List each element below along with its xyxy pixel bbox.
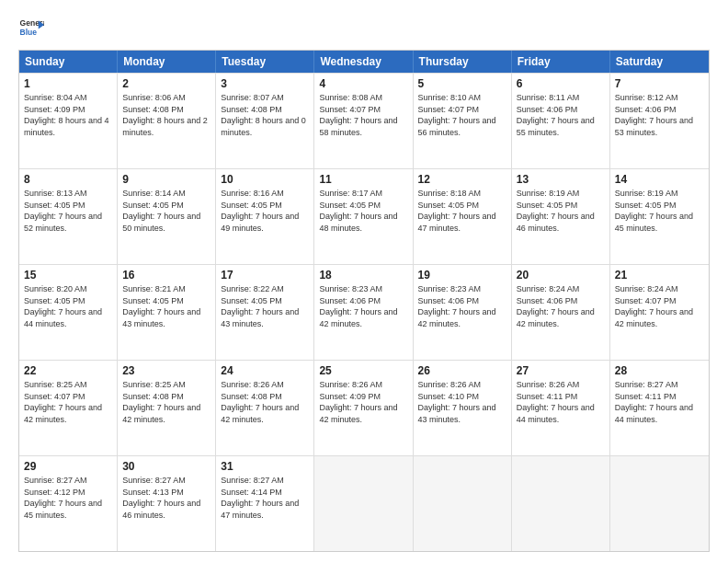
day-number: 8	[24, 173, 112, 186]
day-number: 9	[122, 173, 210, 186]
day-info: Sunrise: 8:27 AMSunset: 4:12 PMDaylight:…	[24, 475, 112, 521]
day-number: 6	[517, 77, 605, 90]
calendar: SundayMondayTuesdayWednesdayThursdayFrid…	[18, 50, 710, 552]
week-row-2: 8Sunrise: 8:13 AMSunset: 4:05 PMDaylight…	[19, 168, 709, 264]
day-info: Sunrise: 8:18 AMSunset: 4:05 PMDaylight:…	[418, 188, 506, 234]
day-number: 27	[517, 364, 605, 377]
day-cell-27: 27Sunrise: 8:26 AMSunset: 4:11 PMDayligh…	[512, 361, 610, 455]
day-cell-31: 31Sunrise: 8:27 AMSunset: 4:14 PMDayligh…	[216, 456, 314, 551]
day-info: Sunrise: 8:19 AMSunset: 4:05 PMDaylight:…	[615, 188, 704, 234]
empty-cell	[314, 456, 413, 551]
day-info: Sunrise: 8:24 AMSunset: 4:07 PMDaylight:…	[615, 283, 704, 329]
day-cell-28: 28Sunrise: 8:27 AMSunset: 4:11 PMDayligh…	[610, 361, 709, 455]
day-info: Sunrise: 8:08 AMSunset: 4:07 PMDaylight:…	[319, 92, 407, 138]
day-number: 7	[615, 77, 704, 90]
empty-cell	[610, 456, 709, 551]
day-info: Sunrise: 8:26 AMSunset: 4:11 PMDaylight:…	[517, 379, 605, 425]
day-number: 5	[418, 77, 506, 90]
day-info: Sunrise: 8:10 AMSunset: 4:07 PMDaylight:…	[418, 92, 506, 138]
day-cell-2: 2Sunrise: 8:06 AMSunset: 4:08 PMDaylight…	[118, 74, 216, 168]
day-cell-12: 12Sunrise: 8:18 AMSunset: 4:05 PMDayligh…	[414, 169, 512, 264]
day-cell-19: 19Sunrise: 8:23 AMSunset: 4:06 PMDayligh…	[414, 265, 512, 360]
day-cell-14: 14Sunrise: 8:19 AMSunset: 4:05 PMDayligh…	[610, 169, 709, 264]
day-number: 11	[319, 173, 407, 186]
day-header-friday: Friday	[512, 51, 610, 73]
day-number: 16	[122, 269, 210, 282]
page: General Blue SundayMondayTuesdayWednesda…	[0, 0, 728, 563]
day-number: 28	[615, 364, 704, 377]
day-number: 13	[517, 173, 605, 186]
day-header-sunday: Sunday	[19, 51, 118, 73]
day-cell-10: 10Sunrise: 8:16 AMSunset: 4:05 PMDayligh…	[216, 169, 314, 264]
day-number: 25	[319, 364, 407, 377]
day-info: Sunrise: 8:11 AMSunset: 4:06 PMDaylight:…	[517, 92, 605, 138]
day-info: Sunrise: 8:06 AMSunset: 4:08 PMDaylight:…	[122, 92, 210, 138]
week-row-3: 15Sunrise: 8:20 AMSunset: 4:05 PMDayligh…	[19, 264, 709, 360]
week-row-5: 29Sunrise: 8:27 AMSunset: 4:12 PMDayligh…	[19, 455, 709, 551]
day-number: 26	[418, 364, 506, 377]
day-info: Sunrise: 8:25 AMSunset: 4:07 PMDaylight:…	[24, 379, 112, 425]
day-number: 19	[418, 269, 506, 282]
day-info: Sunrise: 8:12 AMSunset: 4:06 PMDaylight:…	[615, 92, 704, 138]
day-number: 1	[24, 77, 112, 90]
day-info: Sunrise: 8:27 AMSunset: 4:14 PMDaylight:…	[221, 475, 309, 521]
day-number: 23	[122, 364, 210, 377]
day-info: Sunrise: 8:24 AMSunset: 4:06 PMDaylight:…	[517, 283, 605, 329]
day-number: 22	[24, 364, 112, 377]
day-info: Sunrise: 8:21 AMSunset: 4:05 PMDaylight:…	[122, 283, 210, 329]
day-number: 24	[221, 364, 309, 377]
day-cell-30: 30Sunrise: 8:27 AMSunset: 4:13 PMDayligh…	[118, 456, 216, 551]
day-info: Sunrise: 8:25 AMSunset: 4:08 PMDaylight:…	[122, 379, 210, 425]
day-number: 2	[122, 77, 210, 90]
day-info: Sunrise: 8:26 AMSunset: 4:10 PMDaylight:…	[418, 379, 506, 425]
day-number: 14	[615, 173, 704, 186]
day-cell-21: 21Sunrise: 8:24 AMSunset: 4:07 PMDayligh…	[610, 265, 709, 360]
day-cell-17: 17Sunrise: 8:22 AMSunset: 4:05 PMDayligh…	[216, 265, 314, 360]
day-number: 20	[517, 269, 605, 282]
day-number: 18	[319, 269, 407, 282]
day-cell-13: 13Sunrise: 8:19 AMSunset: 4:05 PMDayligh…	[512, 169, 610, 264]
day-cell-6: 6Sunrise: 8:11 AMSunset: 4:06 PMDaylight…	[512, 74, 610, 168]
day-number: 29	[24, 460, 112, 473]
day-cell-26: 26Sunrise: 8:26 AMSunset: 4:10 PMDayligh…	[414, 361, 512, 455]
calendar-header: SundayMondayTuesdayWednesdayThursdayFrid…	[19, 51, 709, 73]
day-number: 12	[418, 173, 506, 186]
day-info: Sunrise: 8:20 AMSunset: 4:05 PMDaylight:…	[24, 283, 112, 329]
day-info: Sunrise: 8:22 AMSunset: 4:05 PMDaylight:…	[221, 283, 309, 329]
day-cell-20: 20Sunrise: 8:24 AMSunset: 4:06 PMDayligh…	[512, 265, 610, 360]
week-row-4: 22Sunrise: 8:25 AMSunset: 4:07 PMDayligh…	[19, 360, 709, 455]
day-info: Sunrise: 8:17 AMSunset: 4:05 PMDaylight:…	[319, 188, 407, 234]
day-cell-8: 8Sunrise: 8:13 AMSunset: 4:05 PMDaylight…	[19, 169, 118, 264]
day-cell-22: 22Sunrise: 8:25 AMSunset: 4:07 PMDayligh…	[19, 361, 118, 455]
day-info: Sunrise: 8:04 AMSunset: 4:09 PMDaylight:…	[24, 92, 112, 138]
day-cell-24: 24Sunrise: 8:26 AMSunset: 4:08 PMDayligh…	[216, 361, 314, 455]
day-header-tuesday: Tuesday	[216, 51, 314, 73]
day-header-monday: Monday	[118, 51, 216, 73]
day-cell-7: 7Sunrise: 8:12 AMSunset: 4:06 PMDaylight…	[610, 74, 709, 168]
day-info: Sunrise: 8:26 AMSunset: 4:08 PMDaylight:…	[221, 379, 309, 425]
day-info: Sunrise: 8:13 AMSunset: 4:05 PMDaylight:…	[24, 188, 112, 234]
svg-text:Blue: Blue	[20, 28, 38, 37]
day-info: Sunrise: 8:16 AMSunset: 4:05 PMDaylight:…	[221, 188, 309, 234]
day-cell-25: 25Sunrise: 8:26 AMSunset: 4:09 PMDayligh…	[314, 361, 413, 455]
calendar-body: 1Sunrise: 8:04 AMSunset: 4:09 PMDaylight…	[19, 73, 709, 551]
logo-icon: General Blue	[18, 15, 44, 40]
day-header-thursday: Thursday	[414, 51, 512, 73]
day-number: 21	[615, 269, 704, 282]
day-info: Sunrise: 8:23 AMSunset: 4:06 PMDaylight:…	[319, 283, 407, 329]
day-cell-23: 23Sunrise: 8:25 AMSunset: 4:08 PMDayligh…	[118, 361, 216, 455]
day-info: Sunrise: 8:23 AMSunset: 4:06 PMDaylight:…	[418, 283, 506, 329]
day-info: Sunrise: 8:27 AMSunset: 4:13 PMDaylight:…	[122, 475, 210, 521]
day-number: 3	[221, 77, 309, 90]
day-info: Sunrise: 8:27 AMSunset: 4:11 PMDaylight:…	[615, 379, 704, 425]
day-info: Sunrise: 8:19 AMSunset: 4:05 PMDaylight:…	[517, 188, 605, 234]
day-info: Sunrise: 8:07 AMSunset: 4:08 PMDaylight:…	[221, 92, 309, 138]
day-cell-4: 4Sunrise: 8:08 AMSunset: 4:07 PMDaylight…	[314, 74, 413, 168]
day-header-saturday: Saturday	[610, 51, 709, 73]
day-header-wednesday: Wednesday	[314, 51, 413, 73]
day-cell-3: 3Sunrise: 8:07 AMSunset: 4:08 PMDaylight…	[216, 74, 314, 168]
day-number: 10	[221, 173, 309, 186]
logo: General Blue	[18, 15, 44, 40]
header: General Blue	[18, 15, 710, 40]
day-cell-15: 15Sunrise: 8:20 AMSunset: 4:05 PMDayligh…	[19, 265, 118, 360]
